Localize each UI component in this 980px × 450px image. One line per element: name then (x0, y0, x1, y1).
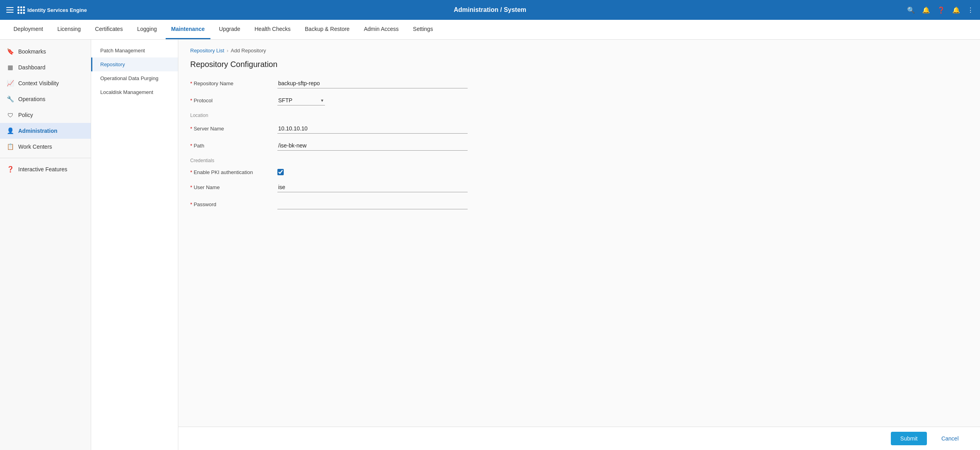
tab-maintenance[interactable]: Maintenance (166, 20, 210, 39)
help-icon[interactable]: ❓ (937, 6, 945, 14)
input-path[interactable] (277, 141, 468, 151)
sidebar-label-interactive-features: Interactive Features (18, 166, 67, 172)
sidebar-label-bookmarks: Bookmarks (18, 48, 46, 55)
form-row-protocol: * Protocol SFTP FTP TFTP NFS CD-ROM HTTP… (190, 96, 468, 105)
sidebar-item-dashboard[interactable]: ▦ Dashboard (0, 59, 91, 75)
main-layout: 🔖 Bookmarks ▦ Dashboard 📈 Context Visibi… (0, 40, 980, 450)
form-row-enable-pki: * Enable PKI authentication (190, 169, 468, 175)
dashboard-icon: ▦ (6, 63, 14, 71)
breadcrumb-current: Add Repository (231, 48, 266, 54)
policy-icon: 🛡 (6, 111, 14, 119)
tab-logging[interactable]: Logging (132, 20, 162, 39)
sub-sidebar-repository[interactable]: Repository (91, 57, 178, 71)
administration-icon: 👤 (6, 127, 14, 135)
cisco-logo: Identity Services Engine (17, 6, 87, 14)
tab-upgrade[interactable]: Upgrade (214, 20, 246, 39)
alert-icon[interactable]: 🔔 (952, 6, 960, 14)
sub-sidebar-localdisk-management[interactable]: Localdisk Management (91, 85, 178, 99)
more-icon[interactable]: ⋮ (967, 6, 974, 14)
label-path: * Path (190, 143, 277, 149)
cancel-button[interactable]: Cancel (932, 432, 968, 445)
label-repository-name: * Repository Name (190, 80, 277, 86)
sidebar-label-context-visibility: Context Visibility (18, 80, 59, 86)
form-row-user-name: * User Name (190, 182, 468, 192)
sidebar-label-dashboard: Dashboard (18, 64, 46, 71)
work-centers-icon: 📋 (6, 143, 14, 151)
label-enable-pki: * Enable PKI authentication (190, 169, 277, 175)
tab-bar: Deployment Licensing Certificates Loggin… (0, 20, 980, 40)
checkbox-enable-pki[interactable] (277, 169, 284, 175)
input-server-name[interactable] (277, 124, 468, 134)
sidebar-label-administration: Administration (18, 128, 57, 134)
label-protocol: * Protocol (190, 98, 277, 103)
cisco-dots-icon (17, 6, 25, 14)
search-icon[interactable]: 🔍 (907, 6, 915, 14)
input-password[interactable] (277, 199, 468, 209)
sidebar-item-interactive-features[interactable]: ❓ Interactive Features (0, 161, 91, 177)
operations-icon: 🔧 (6, 95, 14, 103)
tab-settings[interactable]: Settings (407, 20, 439, 39)
page-title: Repository Configuration (190, 60, 968, 69)
bookmarks-icon: 🔖 (6, 48, 14, 56)
enable-pki-wrap (277, 169, 468, 175)
label-password: * Password (190, 201, 277, 207)
tab-backup-restore[interactable]: Backup & Restore (299, 20, 355, 39)
tab-health-checks[interactable]: Health Checks (249, 20, 296, 39)
nav-left: Identity Services Engine (6, 6, 87, 14)
sub-sidebar-operational-data-purging[interactable]: Operational Data Purging (91, 71, 178, 85)
input-user-name[interactable] (277, 182, 468, 192)
input-repository-name[interactable] (277, 79, 468, 88)
sidebar-label-operations: Operations (18, 96, 45, 102)
top-nav: Identity Services Engine Administration … (0, 0, 980, 20)
sub-sidebar: Patch Management Repository Operational … (91, 40, 178, 450)
sidebar-item-operations[interactable]: 🔧 Operations (0, 91, 91, 107)
form-row-path: * Path (190, 141, 468, 151)
breadcrumb: Repository List › Add Repository (190, 48, 968, 54)
app-title: Identity Services Engine (27, 7, 87, 13)
tab-certificates[interactable]: Certificates (90, 20, 128, 39)
credentials-section-label: Credentials (190, 158, 468, 163)
page-heading: Administration / System (454, 6, 526, 13)
tab-admin-access[interactable]: Admin Access (358, 20, 404, 39)
sidebar-item-policy[interactable]: 🛡 Policy (0, 107, 91, 123)
form-row-server-name: * Server Name (190, 124, 468, 134)
sidebar-item-bookmarks[interactable]: 🔖 Bookmarks (0, 44, 91, 59)
repository-form: * Repository Name * Protocol SFTP FTP TF… (190, 79, 468, 209)
sub-sidebar-patch-management[interactable]: Patch Management (91, 44, 178, 57)
context-visibility-icon: 📈 (6, 79, 14, 87)
sidebar: 🔖 Bookmarks ▦ Dashboard 📈 Context Visibi… (0, 40, 91, 450)
location-section-label: Location (190, 113, 468, 118)
sidebar-item-context-visibility[interactable]: 📈 Context Visibility (0, 75, 91, 91)
tab-licensing[interactable]: Licensing (52, 20, 86, 39)
label-server-name: * Server Name (190, 126, 277, 132)
protocol-select-wrap: SFTP FTP TFTP NFS CD-ROM HTTP HTTPS DISK… (277, 96, 468, 105)
sidebar-item-work-centers[interactable]: 📋 Work Centers (0, 139, 91, 155)
breadcrumb-link[interactable]: Repository List (190, 48, 224, 54)
footer-bar: Submit Cancel (178, 427, 980, 450)
tab-deployment[interactable]: Deployment (8, 20, 49, 39)
sidebar-item-administration[interactable]: 👤 Administration (0, 123, 91, 139)
interactive-features-icon: ❓ (6, 165, 14, 173)
submit-button[interactable]: Submit (891, 432, 927, 445)
breadcrumb-separator: › (227, 48, 228, 54)
notification-icon[interactable]: 🔔 (922, 6, 930, 14)
sidebar-label-work-centers: Work Centers (18, 144, 52, 150)
nav-right: 🔍 🔔 ❓ 🔔 ⋮ (907, 6, 974, 14)
hamburger-menu[interactable] (6, 7, 13, 13)
label-user-name: * User Name (190, 184, 277, 190)
sidebar-label-policy: Policy (18, 112, 33, 118)
form-row-password: * Password (190, 199, 468, 209)
form-row-repository-name: * Repository Name (190, 79, 468, 88)
select-protocol[interactable]: SFTP FTP TFTP NFS CD-ROM HTTP HTTPS DISK (277, 96, 325, 105)
main-content: Repository List › Add Repository Reposit… (178, 40, 980, 427)
